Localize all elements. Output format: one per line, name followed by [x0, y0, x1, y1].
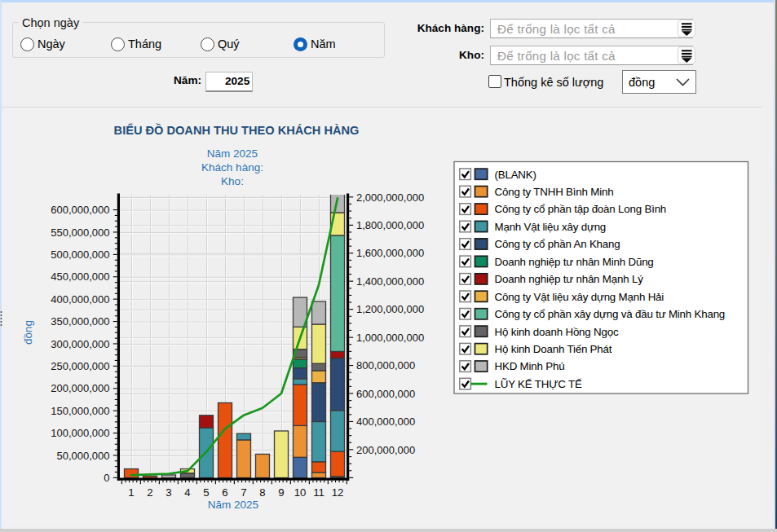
svg-text:250,000,000: 250,000,000 — [51, 360, 109, 372]
svg-text:12: 12 — [332, 486, 344, 499]
svg-text:Doanh nghiệp tư nhân Mạnh Lý: Doanh nghiệp tư nhân Mạnh Lý — [495, 273, 644, 285]
svg-text:600,000,000: 600,000,000 — [51, 204, 109, 216]
svg-text:Năm 2025: Năm 2025 — [207, 147, 258, 160]
svg-text:Hộ kinh doanh Hồng Ngọc: Hộ kinh doanh Hồng Ngọc — [495, 326, 619, 338]
svg-text:3: 3 — [166, 486, 171, 499]
svg-text:1,000,000,000: 1,000,000,000 — [356, 332, 424, 344]
svg-text:(BLANK): (BLANK) — [495, 169, 536, 181]
svg-text:4: 4 — [184, 486, 190, 499]
svg-text:400,000,000: 400,000,000 — [356, 415, 415, 428]
svg-text:Công ty cổ phần tập đoàn Long: Công ty cổ phần tập đoàn Long Bình — [495, 203, 667, 215]
svg-text:1,600,000,000: 1,600,000,000 — [356, 247, 424, 259]
svg-text:300,000,000: 300,000,000 — [51, 338, 109, 350]
svg-text:LŨY KẾ THỰC TẾ: LŨY KẾ THỰC TẾ — [495, 378, 583, 390]
svg-text:150,000,000: 150,000,000 — [51, 405, 109, 417]
svg-text:200,000,000: 200,000,000 — [51, 382, 109, 394]
svg-text:10: 10 — [294, 486, 307, 499]
svg-text:400,000,000: 400,000,000 — [51, 293, 109, 306]
svg-text:Công ty cổ phần An Khang: Công ty cổ phần An Khang — [495, 238, 620, 250]
svg-text:11: 11 — [313, 486, 324, 499]
svg-text:BIỂU ĐỒ DOANH THU THEO KHÁCH H: BIỂU ĐỒ DOANH THU THEO KHÁCH HÀNG — [114, 123, 360, 137]
svg-text:Khách hàng:: Khách hàng: — [201, 161, 263, 174]
svg-text:Kho:: Kho: — [221, 175, 244, 187]
svg-text:450,000,000: 450,000,000 — [51, 270, 109, 283]
svg-text:Năm 2025: Năm 2025 — [208, 499, 258, 511]
svg-text:600,000,000: 600,000,000 — [356, 388, 415, 400]
svg-text:550,000,000: 550,000,000 — [51, 226, 109, 239]
svg-text:1,800,000,000: 1,800,000,000 — [356, 219, 424, 231]
svg-text:Doanh nghiệp tư nhân Minh Dũng: Doanh nghiệp tư nhân Minh Dũng — [495, 256, 654, 268]
svg-text:5: 5 — [203, 486, 209, 499]
svg-text:50,000,000: 50,000,000 — [56, 450, 109, 462]
svg-text:đồng: đồng — [22, 320, 34, 345]
svg-text:Công ty TNHH Bình Minh: Công ty TNHH Bình Minh — [495, 186, 614, 198]
svg-text:HKD Minh Phú: HKD Minh Phú — [495, 360, 565, 372]
svg-text:1,200,000,000: 1,200,000,000 — [356, 303, 424, 315]
svg-text:500,000,000: 500,000,000 — [51, 248, 109, 261]
svg-text:350,000,000: 350,000,000 — [51, 315, 109, 328]
svg-text:800,000,000: 800,000,000 — [356, 359, 415, 372]
svg-text:0: 0 — [104, 472, 109, 484]
svg-text:8: 8 — [259, 486, 265, 499]
svg-text:Mạnh Vật liệu xây dựng: Mạnh Vật liệu xây dựng — [495, 221, 607, 233]
svg-text:6: 6 — [222, 486, 227, 499]
svg-text:1: 1 — [128, 486, 134, 499]
svg-text:Hộ kinh Doanh Tiến Phát: Hộ kinh Doanh Tiến Phát — [495, 343, 612, 355]
svg-text:200,000,000: 200,000,000 — [356, 444, 415, 456]
svg-text:Công ty Vật liệu xây dựng Mạnh: Công ty Vật liệu xây dựng Mạnh Hải — [495, 291, 664, 303]
svg-text:2: 2 — [147, 486, 152, 499]
svg-text:Công ty cổ phần xây dựng và đầ: Công ty cổ phần xây dựng và đầu tư Minh … — [495, 308, 726, 320]
svg-text:2,000,000,000: 2,000,000,000 — [356, 191, 424, 204]
svg-text:9: 9 — [278, 486, 284, 499]
svg-text:100,000,000: 100,000,000 — [51, 427, 109, 439]
svg-text:1,400,000,000: 1,400,000,000 — [356, 275, 424, 288]
svg-text:7: 7 — [241, 486, 246, 499]
